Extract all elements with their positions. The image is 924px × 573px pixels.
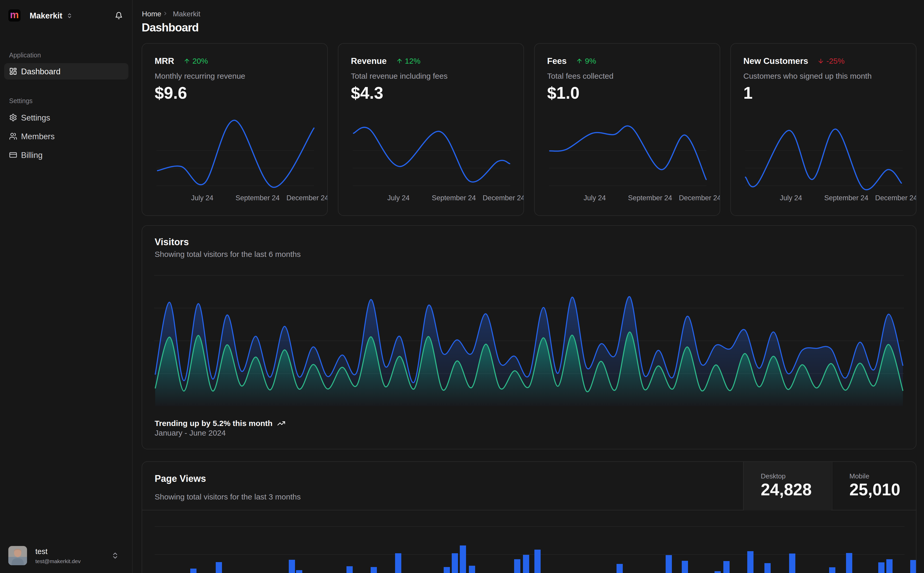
svg-text:July 24: July 24 [584, 194, 606, 202]
svg-text:September 24: September 24 [235, 194, 280, 202]
svg-text:September 24: September 24 [432, 194, 476, 202]
svg-text:September 24: September 24 [628, 194, 672, 202]
svg-text:July 24: July 24 [191, 194, 213, 202]
svg-text:m: m [10, 9, 19, 20]
svg-text:July 24: July 24 [780, 194, 802, 202]
svg-text:September 24: September 24 [824, 194, 868, 202]
svg-text:December 24: December 24 [286, 194, 327, 202]
svg-text:December 24: December 24 [875, 194, 916, 202]
svg-text:July 24: July 24 [387, 194, 409, 202]
svg-text:December 24: December 24 [483, 194, 524, 202]
svg-text:December 24: December 24 [679, 194, 720, 202]
